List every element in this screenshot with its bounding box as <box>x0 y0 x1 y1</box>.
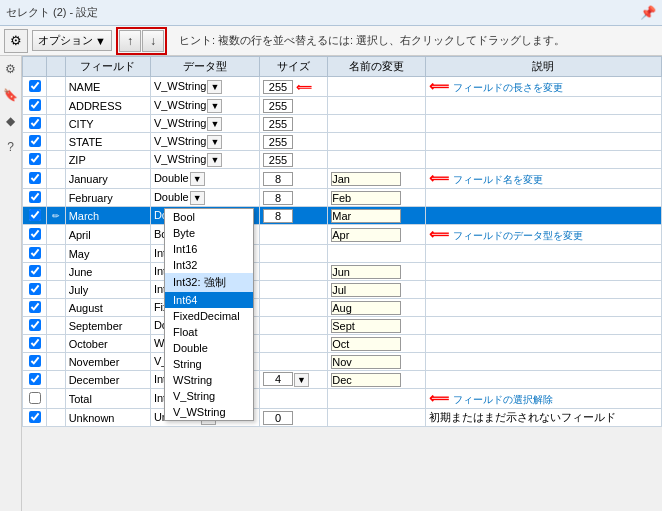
field-rename[interactable] <box>328 133 425 151</box>
dropdown-item[interactable]: Byte <box>165 225 253 241</box>
rename-input[interactable] <box>331 301 401 315</box>
move-down-button[interactable]: ↓ <box>142 30 164 52</box>
field-size[interactable]: ⟸ <box>259 77 327 97</box>
rename-input[interactable] <box>331 373 401 387</box>
field-size[interactable] <box>259 299 327 317</box>
row-checkbox[interactable] <box>29 392 41 404</box>
field-rename[interactable] <box>328 207 425 225</box>
field-rename[interactable] <box>328 281 425 299</box>
row-checkbox[interactable] <box>29 373 41 385</box>
dropdown-item[interactable]: WString <box>165 372 253 388</box>
rename-input[interactable] <box>331 228 401 242</box>
row-checkbox[interactable] <box>29 99 41 111</box>
rename-input[interactable] <box>331 209 401 223</box>
field-rename[interactable] <box>328 245 425 263</box>
field-size[interactable] <box>259 317 327 335</box>
field-rename[interactable] <box>328 225 425 245</box>
field-size[interactable] <box>259 281 327 299</box>
field-size[interactable] <box>259 133 327 151</box>
field-size[interactable] <box>259 207 327 225</box>
field-type[interactable]: Double▼ <box>150 169 259 189</box>
row-checkbox[interactable] <box>29 209 41 221</box>
dropdown-item[interactable]: V_String <box>165 388 253 404</box>
row-checkbox[interactable] <box>29 411 41 423</box>
row-checkbox[interactable] <box>29 191 41 203</box>
field-rename[interactable] <box>328 409 425 427</box>
size-input[interactable] <box>263 117 293 131</box>
field-size[interactable] <box>259 245 327 263</box>
side-icon-settings[interactable]: ⚙ <box>2 60 20 78</box>
type-dropdown-btn[interactable]: ▼ <box>207 99 222 113</box>
row-checkbox[interactable] <box>29 265 41 277</box>
row-checkbox[interactable] <box>29 80 41 92</box>
size-input[interactable] <box>263 99 293 113</box>
field-type[interactable]: V_WString▼ <box>150 151 259 169</box>
field-size[interactable] <box>259 353 327 371</box>
rename-input[interactable] <box>331 337 401 351</box>
row-checkbox[interactable] <box>29 247 41 259</box>
size-input[interactable] <box>263 191 293 205</box>
field-type[interactable]: V_WString▼ <box>150 97 259 115</box>
size-input[interactable] <box>263 209 293 223</box>
gear-button[interactable]: ⚙ <box>4 29 28 53</box>
field-size[interactable] <box>259 115 327 133</box>
field-size[interactable] <box>259 169 327 189</box>
field-rename[interactable] <box>328 97 425 115</box>
type-dropdown-btn[interactable]: ▼ <box>207 135 222 149</box>
dropdown-item[interactable]: Double <box>165 340 253 356</box>
field-rename[interactable] <box>328 353 425 371</box>
size-input[interactable] <box>263 372 293 386</box>
row-checkbox[interactable] <box>29 283 41 295</box>
field-size[interactable] <box>259 335 327 353</box>
dropdown-item[interactable]: Int16 <box>165 241 253 257</box>
dropdown-item[interactable]: String <box>165 356 253 372</box>
field-rename[interactable] <box>328 263 425 281</box>
field-size[interactable] <box>259 97 327 115</box>
row-checkbox[interactable] <box>29 355 41 367</box>
dropdown-item[interactable]: Float <box>165 324 253 340</box>
row-checkbox[interactable] <box>29 228 41 240</box>
dropdown-item[interactable]: Int64 <box>165 292 253 308</box>
size-input[interactable] <box>263 172 293 186</box>
field-rename[interactable] <box>328 169 425 189</box>
size-input[interactable] <box>263 80 293 94</box>
field-type[interactable]: V_WString▼ <box>150 115 259 133</box>
size-input[interactable] <box>263 153 293 167</box>
row-checkbox[interactable] <box>29 337 41 349</box>
type-dropdown-btn[interactable]: ▼ <box>190 191 205 205</box>
size-input[interactable] <box>263 135 293 149</box>
rename-input[interactable] <box>331 355 401 369</box>
dropdown-item[interactable]: FixedDecimal <box>165 308 253 324</box>
field-size[interactable] <box>259 189 327 207</box>
type-dropdown-btn[interactable]: ▼ <box>190 172 205 186</box>
options-button[interactable]: オプション ▼ <box>32 30 112 51</box>
row-checkbox[interactable] <box>29 319 41 331</box>
field-rename[interactable] <box>328 115 425 133</box>
rename-input[interactable] <box>331 191 401 205</box>
size-input[interactable] <box>263 411 293 425</box>
row-checkbox[interactable] <box>29 301 41 313</box>
dropdown-item[interactable]: Int32 <box>165 257 253 273</box>
size-dropdown-btn[interactable]: ▼ <box>294 373 309 387</box>
rename-input[interactable] <box>331 319 401 333</box>
side-icon-bookmark[interactable]: 🔖 <box>2 86 20 104</box>
dropdown-item[interactable]: V_WString <box>165 404 253 420</box>
field-size[interactable]: ▼ <box>259 371 327 389</box>
row-checkbox[interactable] <box>29 172 41 184</box>
field-size[interactable] <box>259 409 327 427</box>
row-checkbox[interactable] <box>29 117 41 129</box>
field-size[interactable] <box>259 151 327 169</box>
dropdown-item[interactable]: Bool <box>165 209 253 225</box>
side-icon-shape[interactable]: ◆ <box>2 112 20 130</box>
field-size[interactable] <box>259 263 327 281</box>
type-dropdown[interactable]: BoolByteInt16Int32Int32: 強制Int64FixedDec… <box>164 208 254 421</box>
rename-input[interactable] <box>331 283 401 297</box>
field-rename[interactable] <box>328 151 425 169</box>
field-type[interactable]: V_WString▼ <box>150 77 259 97</box>
move-up-button[interactable]: ↑ <box>119 30 141 52</box>
row-checkbox[interactable] <box>29 153 41 165</box>
rename-input[interactable] <box>331 265 401 279</box>
rename-input[interactable] <box>331 172 401 186</box>
field-rename[interactable] <box>328 371 425 389</box>
field-size[interactable] <box>259 389 327 409</box>
